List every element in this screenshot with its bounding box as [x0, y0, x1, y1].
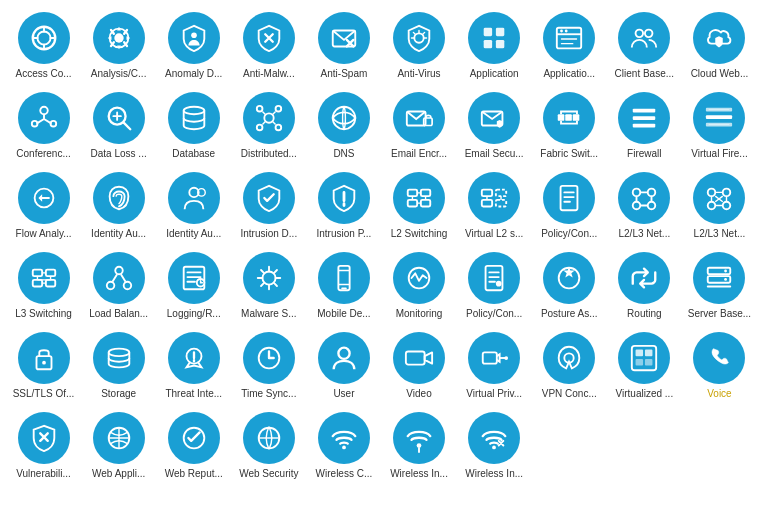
svg-rect-62 [45, 280, 54, 287]
svg-point-86 [504, 356, 508, 360]
item-load-balance[interactable]: Load Balan... [83, 248, 154, 324]
item-storage[interactable]: Storage [83, 328, 154, 404]
item-anti-virus[interactable]: Anti-Virus [383, 8, 454, 84]
item-distributed[interactable]: Distributed... [233, 88, 304, 164]
item-anti-malware[interactable]: Anti-Malw... [233, 8, 304, 84]
svg-rect-88 [632, 346, 656, 370]
item-identity-au2[interactable]: Identity Au... [158, 168, 229, 244]
icon-flow-analysis [18, 172, 70, 224]
item-l2l3-net2[interactable]: L2/L3 Net... [684, 168, 755, 244]
item-email-encr[interactable]: Email Encr... [383, 88, 454, 164]
item-malware-s[interactable]: Malware S... [233, 248, 304, 324]
item-access-control[interactable]: Access Co... [8, 8, 79, 84]
item-data-loss[interactable]: Data Loss ... [83, 88, 154, 164]
svg-point-79 [42, 361, 46, 365]
icon-l2l3-net2 [693, 172, 745, 224]
icon-cloud-web [693, 12, 745, 64]
label-data-loss: Data Loss ... [91, 148, 147, 160]
label-threat-inte: Threat Inte... [165, 388, 222, 400]
item-vulnerabili[interactable]: Vulnerabili... [8, 408, 79, 484]
svg-rect-30 [558, 114, 565, 121]
item-policy-con1[interactable]: Policy/Con... [534, 168, 605, 244]
item-l2l3-net1[interactable]: L2/L3 Net... [609, 168, 680, 244]
item-mobile-de[interactable]: Mobile De... [308, 248, 379, 324]
item-wireless-in2[interactable]: Wireless In... [459, 408, 530, 484]
icon-intrusion-d [243, 172, 295, 224]
item-web-security[interactable]: Web Security [233, 408, 304, 484]
item-monitoring[interactable]: Monitoring [383, 248, 454, 324]
label-malware-s: Malware S... [241, 308, 297, 320]
item-conference[interactable]: Conferenc... [8, 88, 79, 164]
item-routing[interactable]: Routing [609, 248, 680, 324]
svg-rect-85 [483, 352, 497, 363]
icon-web-security [243, 412, 295, 464]
svg-point-76 [725, 270, 728, 273]
item-vpn-conc[interactable]: VPN Conc... [534, 328, 605, 404]
item-virtualized[interactable]: Virtualized ... [609, 328, 680, 404]
item-identity-au1[interactable]: Identity Au... [83, 168, 154, 244]
item-voice[interactable]: Voice [684, 328, 755, 404]
item-server-base[interactable]: Server Base... [684, 248, 755, 324]
label-access-control: Access Co... [15, 68, 71, 80]
svg-point-55 [708, 189, 716, 197]
icon-application [468, 12, 520, 64]
svg-point-22 [257, 106, 263, 112]
item-l3-switching[interactable]: L3 Switching [8, 248, 79, 324]
item-web-appli[interactable]: Web Appli... [83, 408, 154, 484]
item-ssl-tls[interactable]: SSL/TLS Of... [8, 328, 79, 404]
label-flow-analysis: Flow Analy... [16, 228, 72, 240]
item-video[interactable]: Video [383, 328, 454, 404]
icon-logging [168, 252, 220, 304]
item-web-reput[interactable]: Web Reput... [158, 408, 229, 484]
label-identity-au2: Identity Au... [166, 228, 221, 240]
label-virtual-l2: Virtual L2 s... [465, 228, 523, 240]
item-threat-inte[interactable]: Threat Inte... [158, 328, 229, 404]
item-intrusion-p[interactable]: Intrusion P... [308, 168, 379, 244]
item-anti-spam[interactable]: Anti-Spam [308, 8, 379, 84]
item-wireless-in1[interactable]: Wireless In... [383, 408, 454, 484]
icon-policy-con2 [468, 252, 520, 304]
item-anomaly[interactable]: Anomaly D... [158, 8, 229, 84]
label-video: Video [406, 388, 431, 400]
label-load-balance: Load Balan... [89, 308, 148, 320]
label-voice: Voice [707, 388, 731, 400]
svg-rect-44 [408, 200, 417, 207]
item-l2-switching[interactable]: L2 Switching [383, 168, 454, 244]
icon-vulnerabili [18, 412, 70, 464]
icon-web-appli [93, 412, 145, 464]
item-client-base[interactable]: Client Base... [609, 8, 680, 84]
item-fabric-switch[interactable]: Fabric Swit... [534, 88, 605, 164]
icon-anti-spam [318, 12, 370, 64]
item-policy-con2[interactable]: Policy/Con... [459, 248, 530, 324]
item-cloud-web[interactable]: Cloud Web... [684, 8, 755, 84]
icon-wireless-c [318, 412, 370, 464]
item-application2[interactable]: Applicatio... [534, 8, 605, 84]
label-vulnerabili: Vulnerabili... [16, 468, 71, 480]
label-monitoring: Monitoring [396, 308, 443, 320]
item-time-sync[interactable]: Time Sync... [233, 328, 304, 404]
item-dns[interactable]: DNS [308, 88, 379, 164]
item-logging[interactable]: Logging/R... [158, 248, 229, 324]
svg-point-80 [108, 349, 129, 357]
item-virtual-l2[interactable]: Virtual L2 s... [459, 168, 530, 244]
item-virtual-fire[interactable]: Virtual Fire... [684, 88, 755, 164]
label-anomaly: Anomaly D... [165, 68, 222, 80]
item-email-secu[interactable]: Email Secu... [459, 88, 530, 164]
item-user[interactable]: User [308, 328, 379, 404]
icon-distributed [243, 92, 295, 144]
svg-point-65 [123, 282, 131, 290]
svg-point-57 [708, 202, 716, 210]
item-firewall[interactable]: Firewall [609, 88, 680, 164]
svg-rect-49 [496, 200, 506, 207]
svg-rect-32 [573, 114, 580, 121]
item-application[interactable]: Application [459, 8, 530, 84]
label-storage: Storage [101, 388, 136, 400]
item-virtual-priv[interactable]: Virtual Priv... [459, 328, 530, 404]
item-analysis[interactable]: Analysis/C... [83, 8, 154, 84]
item-database[interactable]: Database [158, 88, 229, 164]
item-flow-analysis[interactable]: Flow Analy... [8, 168, 79, 244]
item-wireless-c[interactable]: Wireless C... [308, 408, 379, 484]
item-posture-as[interactable]: Posture As... [534, 248, 605, 324]
svg-rect-46 [482, 190, 492, 197]
item-intrusion-d[interactable]: Intrusion D... [233, 168, 304, 244]
